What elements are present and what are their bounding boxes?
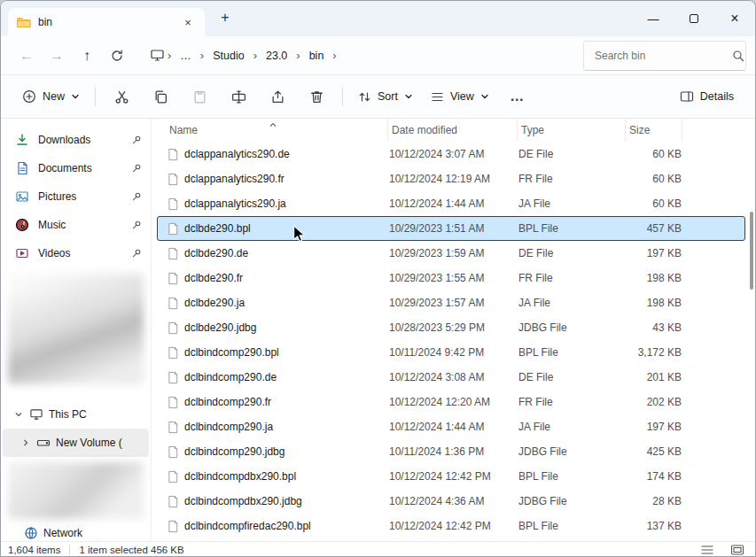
sidebar-item-this-pc[interactable]: This PC bbox=[3, 400, 149, 429]
file-icon bbox=[167, 495, 183, 508]
details-button[interactable]: Details bbox=[671, 81, 743, 112]
file-icon bbox=[167, 272, 183, 285]
column-header-size[interactable]: Size bbox=[626, 119, 682, 142]
sort-button[interactable]: Sort bbox=[349, 81, 422, 112]
maximize-icon[interactable] bbox=[674, 1, 714, 36]
sidebar-item-new-volume[interactable]: New Volume ( bbox=[3, 429, 149, 457]
cut-button[interactable] bbox=[102, 81, 141, 112]
sidebar-item-music[interactable]: Music bbox=[3, 211, 149, 239]
vertical-scrollbar[interactable] bbox=[750, 212, 753, 290]
chevron-collapsed-icon[interactable] bbox=[20, 438, 31, 447]
sidebar-item-videos[interactable]: Videos bbox=[3, 239, 149, 267]
chevron-expanded-icon[interactable] bbox=[13, 410, 24, 419]
file-icon bbox=[167, 371, 183, 384]
column-header-name[interactable]: Name bbox=[166, 119, 388, 142]
file-row[interactable]: dclbde290.jdbg 10/28/2023 5:29 PM JDBG F… bbox=[157, 315, 745, 340]
back-icon[interactable]: ← bbox=[12, 42, 42, 70]
chevron-down-icon bbox=[480, 92, 489, 101]
sidebar: Downloads Documents Pictures bbox=[1, 119, 152, 541]
file-row[interactable]: dclbindcomp290.fr 10/12/2024 12:20 AM FR… bbox=[157, 390, 745, 414]
file-type: DE File bbox=[518, 148, 627, 160]
file-icon bbox=[167, 222, 183, 236]
thumbnails-view-icon[interactable] bbox=[727, 543, 748, 557]
copy-button[interactable] bbox=[141, 81, 180, 112]
file-size: 3,172 KB bbox=[627, 346, 683, 359]
view-button[interactable]: View bbox=[422, 81, 498, 112]
search-box[interactable] bbox=[583, 41, 746, 71]
file-date: 10/12/2024 1:44 AM bbox=[389, 421, 518, 433]
sidebar-item-documents[interactable]: Documents bbox=[3, 154, 149, 182]
this-pc-icon[interactable] bbox=[150, 49, 165, 62]
chevron-right-icon: › bbox=[198, 49, 207, 62]
file-row[interactable]: dclbde290.de 10/29/2023 1:59 AM DE File … bbox=[157, 241, 745, 266]
forward-icon[interactable]: → bbox=[42, 42, 72, 70]
search-input[interactable] bbox=[595, 50, 732, 62]
paste-button[interactable] bbox=[180, 81, 219, 112]
file-row[interactable]: dclbindcompdbx290.jdbg 10/12/2024 4:36 A… bbox=[157, 489, 745, 514]
file-row[interactable]: dclbde290.bpl 10/29/2023 1:51 AM BPL Fil… bbox=[157, 216, 745, 241]
details-view-icon[interactable] bbox=[697, 543, 718, 557]
file-size: 198 KB bbox=[627, 297, 683, 309]
sidebar-item-downloads[interactable]: Downloads bbox=[3, 126, 149, 154]
column-header-type[interactable]: Type bbox=[518, 119, 626, 142]
file-row[interactable]: dclappanalytics290.ja 10/12/2024 1:44 AM… bbox=[157, 191, 745, 216]
more-options-icon[interactable]: … bbox=[498, 81, 537, 112]
file-type: DE File bbox=[518, 247, 627, 259]
file-size: 457 KB bbox=[627, 222, 683, 235]
file-type: FR File bbox=[518, 396, 627, 408]
file-icon bbox=[167, 297, 183, 310]
tab-close-icon[interactable]: × bbox=[178, 12, 198, 32]
search-icon[interactable] bbox=[732, 50, 744, 62]
file-date: 10/12/2024 12:19 AM bbox=[389, 173, 518, 185]
breadcrumb-item-23[interactable]: 23.0 bbox=[260, 46, 293, 66]
file-row[interactable]: dclbde290.ja 10/29/2023 1:57 AM JA File … bbox=[157, 290, 745, 315]
new-tab-icon[interactable]: + bbox=[215, 8, 235, 27]
pin-icon bbox=[131, 248, 142, 259]
file-date: 10/28/2023 5:29 PM bbox=[389, 321, 518, 334]
file-type: FR File bbox=[518, 173, 627, 185]
share-button[interactable] bbox=[258, 81, 297, 112]
sort-icon bbox=[358, 90, 371, 104]
file-row[interactable]: dclbindcomp290.bpl 10/11/2024 9:42 PM BP… bbox=[157, 340, 745, 365]
up-icon[interactable]: ↑ bbox=[72, 42, 102, 70]
status-bar: 1,604 items 1 item selected 456 KB bbox=[1, 541, 755, 557]
file-name: dclappanalytics290.ja bbox=[183, 197, 389, 210]
file-name: dclbindcompfiredac290.bpl bbox=[183, 520, 389, 532]
file-size: 60 KB bbox=[627, 197, 683, 210]
close-icon[interactable]: × bbox=[714, 1, 755, 36]
pictures-icon bbox=[15, 190, 29, 204]
file-row[interactable]: dclappanalytics290.fr 10/12/2024 12:19 A… bbox=[157, 166, 745, 191]
pin-icon bbox=[131, 135, 142, 145]
file-icon bbox=[167, 421, 183, 434]
breadcrumb-item-studio[interactable]: Studio bbox=[207, 46, 250, 66]
refresh-icon[interactable] bbox=[102, 42, 132, 70]
sort-ascending-icon bbox=[269, 119, 277, 131]
file-row[interactable]: dclbindcompdbx290.bpl 10/12/2024 12:42 P… bbox=[157, 464, 745, 489]
file-row[interactable]: dclappanalytics290.de 10/12/2024 3:07 AM… bbox=[157, 142, 745, 166]
file-row[interactable]: dclbindcomp290.jdbg 10/11/2024 1:36 PM J… bbox=[157, 439, 745, 464]
toolbar-divider bbox=[95, 87, 96, 106]
file-size: 197 KB bbox=[627, 421, 683, 433]
rename-button[interactable] bbox=[219, 81, 258, 112]
file-icon bbox=[167, 470, 183, 484]
column-header-date-modified[interactable]: Date modified bbox=[388, 119, 518, 142]
minimize-icon[interactable]: — bbox=[633, 1, 674, 36]
file-row[interactable]: dclbde290.fr 10/29/2023 1:55 AM FR File … bbox=[157, 266, 745, 290]
sidebar-item-pictures[interactable]: Pictures bbox=[3, 182, 149, 211]
chevron-right-icon: › bbox=[165, 49, 174, 62]
breadcrumb-ellipsis[interactable]: … bbox=[174, 46, 198, 66]
explorer-tab[interactable]: bin × bbox=[8, 8, 205, 36]
file-row[interactable]: dclbindcomp290.de 10/12/2024 3:08 AM DE … bbox=[157, 365, 745, 390]
file-explorer-window: bin × + — × ← → ↑ › … › Studio › 23. bbox=[0, 0, 756, 557]
new-button[interactable]: New bbox=[13, 81, 89, 112]
pin-icon bbox=[131, 191, 142, 202]
file-size: 425 KB bbox=[627, 445, 683, 458]
breadcrumb-item-bin[interactable]: bin bbox=[303, 46, 331, 66]
delete-button[interactable] bbox=[297, 81, 336, 112]
details-button-label: Details bbox=[700, 90, 734, 103]
file-row[interactable]: dclbindcomp290.ja 10/12/2024 1:44 AM JA … bbox=[157, 414, 745, 439]
sidebar-item-network[interactable]: Network bbox=[3, 519, 149, 541]
file-row[interactable]: dclbindcompfiredac290.bpl 10/12/2024 12:… bbox=[157, 514, 745, 538]
toolbar-divider bbox=[342, 87, 343, 106]
file-icon bbox=[167, 396, 183, 409]
